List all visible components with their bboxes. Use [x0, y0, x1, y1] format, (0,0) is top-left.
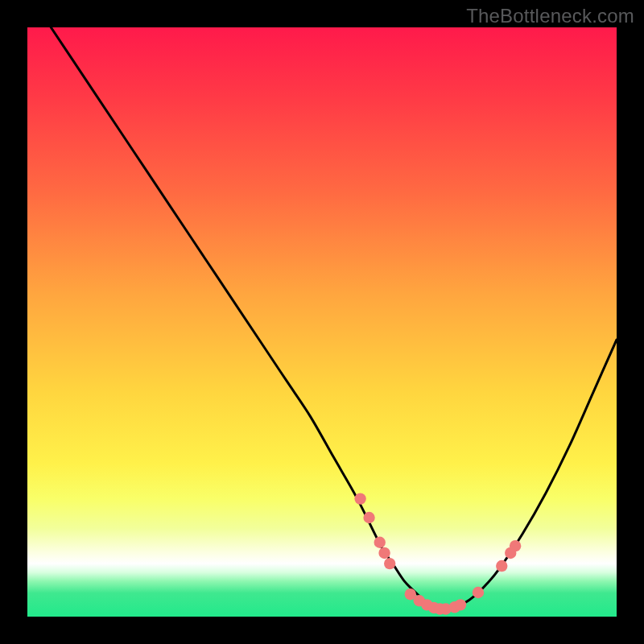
watermark-text: TheBottleneck.com [466, 5, 634, 27]
data-dot [496, 560, 507, 572]
data-dot [354, 493, 365, 504]
data-dot [363, 512, 374, 523]
data-dot [374, 537, 386, 548]
data-dot [510, 540, 521, 551]
data-dot [378, 547, 390, 559]
chart-svg [27, 27, 617, 617]
data-dot [384, 558, 395, 569]
data-dot [473, 587, 484, 598]
data-dot [455, 599, 466, 610]
plot-area [27, 27, 617, 617]
gradient-background [27, 27, 617, 617]
chart-container: TheBottleneck.com [0, 0, 644, 644]
